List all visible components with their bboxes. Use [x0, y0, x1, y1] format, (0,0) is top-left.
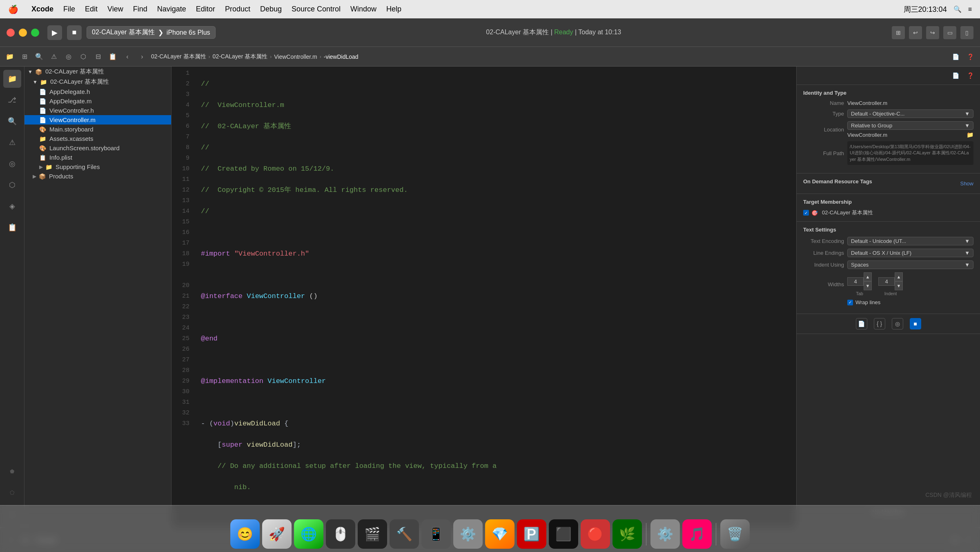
- apple-menu[interactable]: 🍎: [8, 4, 18, 14]
- file-tree-group-main[interactable]: ▼ 📁 02-CALayer 基本属性: [24, 77, 171, 87]
- activity-reports[interactable]: 📋: [3, 218, 21, 236]
- help-icon-btn[interactable]: ❓: [964, 70, 976, 81]
- dock-item-12[interactable]: 🔴: [581, 519, 610, 549]
- layout-icon-2[interactable]: ↩: [909, 26, 922, 39]
- file-products[interactable]: ▶ 📦 Products: [24, 171, 171, 181]
- dock-music[interactable]: 🎵: [682, 519, 712, 549]
- target-checkbox[interactable]: ✓: [803, 210, 809, 216]
- file-icon-btn[interactable]: 📄: [950, 70, 961, 81]
- activity-search[interactable]: 🔍: [3, 112, 21, 130]
- file-info-plist[interactable]: 📋 Info.plist: [24, 153, 171, 162]
- menu-xcode[interactable]: Xcode: [31, 5, 53, 13]
- show-link[interactable]: Show: [960, 180, 973, 187]
- nav-warning-icon[interactable]: ⚠: [48, 51, 60, 62]
- menubar-search-icon[interactable]: 🔍: [953, 5, 962, 13]
- tab-input[interactable]: [847, 277, 864, 286]
- stop-button[interactable]: ■: [67, 25, 82, 40]
- dock-safari[interactable]: 🌐: [294, 519, 323, 549]
- close-button[interactable]: [7, 29, 15, 37]
- menu-editor[interactable]: Editor: [196, 5, 215, 13]
- line-endings-dropdown[interactable]: Default - OS X / Unix (LF) ▼: [847, 249, 973, 257]
- file-viewcontroller-m[interactable]: 📄 ViewController.m: [24, 115, 171, 125]
- file-launch-storyboard[interactable]: 🎨 LaunchScreen.storyboard: [24, 143, 171, 153]
- breadcrumb-root[interactable]: 02-CALayer 基本属性: [151, 53, 206, 60]
- menu-debug[interactable]: Debug: [260, 5, 282, 13]
- quick-help-icon[interactable]: ❓: [964, 51, 976, 62]
- layout-icon-1[interactable]: ⊞: [892, 26, 905, 39]
- dock-item-10[interactable]: 🅿️: [517, 519, 546, 549]
- indent-decrement[interactable]: ▼: [895, 281, 903, 290]
- menu-view[interactable]: View: [107, 5, 123, 13]
- type-dropdown[interactable]: Default - Objective-C... ▼: [847, 109, 973, 118]
- run-button[interactable]: ▶: [47, 25, 62, 40]
- layout-split-icon[interactable]: ▭: [943, 26, 956, 39]
- indent-using-dropdown[interactable]: Spaces ▼: [847, 260, 973, 269]
- menu-window[interactable]: Window: [350, 5, 376, 13]
- menu-edit[interactable]: Edit: [85, 5, 98, 13]
- menu-find[interactable]: Find: [133, 5, 147, 13]
- dock-item-7[interactable]: 📱: [421, 519, 451, 549]
- tab-decrement[interactable]: ▼: [864, 281, 872, 290]
- menu-file[interactable]: File: [63, 5, 75, 13]
- indent-input[interactable]: [878, 277, 895, 286]
- menu-source-control[interactable]: Source Control: [292, 5, 341, 13]
- dock-finder[interactable]: 😊: [230, 519, 260, 549]
- file-appdelegate-m[interactable]: 📄 AppDelegate.m: [24, 96, 171, 106]
- location-dropdown[interactable]: Relative to Group ▼: [847, 121, 973, 130]
- file-appdelegate-h[interactable]: 📄 AppDelegate.h: [24, 87, 171, 96]
- folder-browse-icon[interactable]: 📁: [967, 131, 973, 138]
- file-viewcontroller-h[interactable]: 📄 ViewController.h: [24, 106, 171, 115]
- activity-source-control[interactable]: ⎇: [3, 91, 21, 109]
- file-inspector-icon[interactable]: 📄: [950, 51, 961, 62]
- activity-breakpoints[interactable]: ◈: [3, 197, 21, 215]
- nav-folder-icon[interactable]: 📁: [4, 51, 16, 62]
- format-icon-3[interactable]: ◎: [892, 318, 903, 329]
- dock-item-14[interactable]: ⚙️: [650, 519, 680, 549]
- back-arrow-icon[interactable]: ‹: [122, 51, 133, 62]
- forward-arrow-icon[interactable]: ›: [136, 51, 148, 62]
- nav-report-icon[interactable]: 📋: [107, 51, 118, 62]
- dock-launchpad[interactable]: 🚀: [262, 519, 292, 549]
- file-tree-root[interactable]: ▼ 📦 02-CALayer 基本属性: [24, 67, 171, 77]
- menu-help[interactable]: Help: [386, 5, 401, 13]
- format-icon-1[interactable]: 📄: [856, 318, 867, 329]
- layout-icon-3[interactable]: ↪: [926, 26, 939, 39]
- minimize-button[interactable]: [19, 29, 27, 37]
- file-assets[interactable]: 📁 Assets.xcassets: [24, 134, 171, 143]
- breadcrumb-method[interactable]: -viewDidLoad: [324, 53, 359, 60]
- code-content[interactable]: // // ViewController.m // 02-CALayer 基本属…: [196, 67, 796, 528]
- layout-right-icon[interactable]: ▯: [960, 26, 973, 39]
- dock-settings[interactable]: ⚙️: [453, 519, 483, 549]
- nav-debug-icon[interactable]: ⬡: [78, 51, 89, 62]
- code-editor[interactable]: 1 2 3 4 5 6 7 8 9 10 11 12 13 14 15 16 1: [172, 67, 796, 528]
- tab-increment[interactable]: ▲: [864, 272, 872, 281]
- dock-item-6[interactable]: 🔨: [390, 519, 419, 549]
- format-icon-4[interactable]: ■: [910, 318, 921, 329]
- maximize-button[interactable]: [31, 29, 39, 37]
- scheme-selector[interactable]: 02-CALayer 基本属性 ❯ iPhone 6s Plus: [87, 26, 216, 39]
- breadcrumb-file[interactable]: ViewController.m: [274, 53, 317, 60]
- nav-search-icon[interactable]: 🔍: [33, 51, 45, 62]
- activity-warning[interactable]: ⚠: [3, 134, 21, 151]
- encoding-dropdown[interactable]: Default - Unicode (UT... ▼: [847, 237, 973, 245]
- menu-product[interactable]: Product: [225, 5, 250, 13]
- indent-increment[interactable]: ▲: [895, 272, 903, 281]
- activity-tests[interactable]: ◎: [3, 155, 21, 173]
- dock-sketch[interactable]: 💎: [485, 519, 514, 549]
- file-supporting-files[interactable]: ▶ 📁 Supporting Files: [24, 162, 171, 171]
- activity-debug[interactable]: ⬡: [3, 176, 21, 194]
- nav-test-icon[interactable]: ◎: [63, 51, 74, 62]
- wrap-lines-checkbox[interactable]: ✓: [847, 300, 853, 305]
- dock-trash[interactable]: 🗑️: [720, 519, 750, 549]
- activity-project[interactable]: 📁: [3, 70, 21, 88]
- dock-item-13[interactable]: 🌿: [612, 519, 642, 549]
- activity-bottom-2[interactable]: ⬠: [3, 483, 21, 501]
- nav-breakpoint-icon[interactable]: ⊟: [92, 51, 104, 62]
- menubar-menu-icon[interactable]: ≡: [968, 6, 972, 13]
- dock-item-4[interactable]: 🖱️: [326, 519, 355, 549]
- dock-item-5[interactable]: 🎬: [358, 519, 387, 549]
- format-icon-2[interactable]: { }: [874, 318, 885, 329]
- file-main-storyboard[interactable]: 🎨 Main.storyboard: [24, 125, 171, 134]
- nav-hierarchy-icon[interactable]: ⊞: [19, 51, 30, 62]
- menu-navigate[interactable]: Navigate: [157, 5, 186, 13]
